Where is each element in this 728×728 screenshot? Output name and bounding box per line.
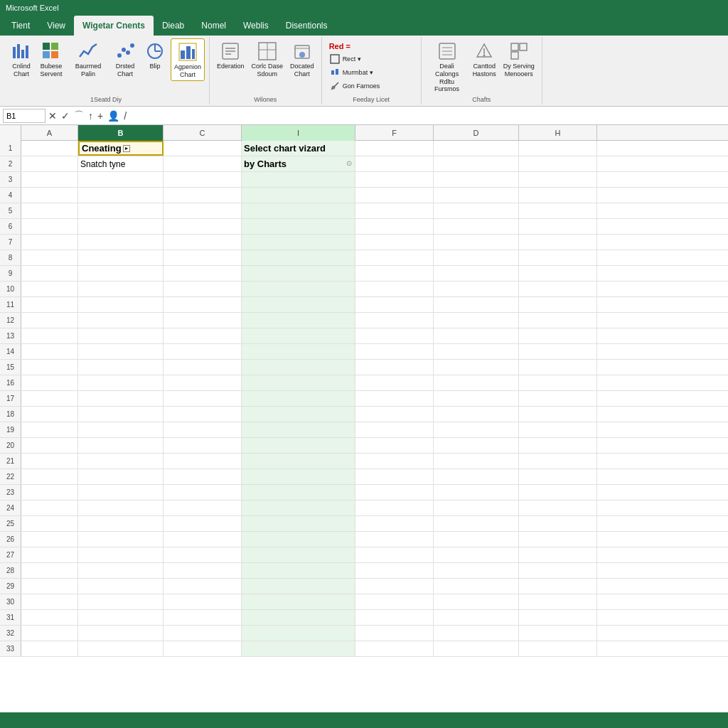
formula-cancel-icon[interactable]: ✕ [48,110,57,122]
cell-b24[interactable] [78,500,164,515]
cell-d21[interactable] [434,454,519,469]
cell-d24[interactable] [434,500,519,515]
tab-dieab[interactable]: Dieab [154,16,193,36]
cell-a18[interactable] [21,407,78,422]
cell-b28[interactable] [78,563,164,578]
cell-b9[interactable] [78,266,164,281]
cell-i6[interactable] [242,219,355,234]
cell-c24[interactable] [164,500,242,515]
formula-plus-icon[interactable]: + [97,110,103,122]
cell-b1-arrow[interactable]: ▸ [123,145,130,152]
cell-c27[interactable] [164,547,242,562]
cell-c18[interactable] [164,407,242,422]
cell-f2[interactable] [355,156,434,171]
cell-f11[interactable] [355,297,434,312]
cell-a12[interactable] [21,313,78,328]
cell-b26[interactable] [78,532,164,547]
cell-d26[interactable] [434,532,519,547]
cell-f16[interactable] [355,375,434,390]
cell-b11[interactable] [78,297,164,312]
cell-h26[interactable] [519,532,597,547]
cell-h3[interactable] [519,172,597,187]
ribbon-btn-corlc[interactable]: Corlc DaseSdoum [249,38,287,80]
cell-i21[interactable] [242,454,355,469]
ribbon-btn-gon-farnoes[interactable]: Gon Farnoes [326,80,417,92]
cell-a24[interactable] [21,500,78,515]
cell-f29[interactable] [355,579,434,594]
cell-a11[interactable] [21,297,78,312]
cell-a2[interactable] [21,156,78,171]
cell-b21[interactable] [78,454,164,469]
cell-f20[interactable] [355,438,434,453]
cell-a33[interactable] [21,641,78,656]
cell-a3[interactable] [21,172,78,187]
col-header-b[interactable]: B [78,125,164,141]
cell-b18[interactable] [78,407,164,422]
cell-f18[interactable] [355,407,434,422]
cell-f30[interactable] [355,594,434,609]
ribbon-btn-drsted[interactable]: DrstedChart [111,38,139,80]
cell-b33[interactable] [78,641,164,656]
cell-d6[interactable] [434,219,519,234]
cell-d8[interactable] [434,250,519,265]
cell-a6[interactable] [21,219,78,234]
ribbon-btn-docated[interactable]: DocatedChart [287,38,317,80]
cell-h30[interactable] [519,594,597,609]
cell-d16[interactable] [434,375,519,390]
cell-b4[interactable] [78,188,164,203]
cell-c21[interactable] [164,454,242,469]
cell-i1[interactable]: Select chart vizard [242,141,355,156]
cell-c6[interactable] [164,219,242,234]
cell-c16[interactable] [164,375,242,390]
cell-d27[interactable] [434,547,519,562]
cell-c30[interactable] [164,594,242,609]
cell-i16[interactable] [242,375,355,390]
ribbon-btn-bubese[interactable]: BubeseServent [37,38,65,80]
cell-i9[interactable] [242,266,355,281]
cell-c31[interactable] [164,610,242,625]
cell-h24[interactable] [519,500,597,515]
cell-b32[interactable] [78,626,164,641]
cell-d18[interactable] [434,407,519,422]
cell-f1[interactable] [355,141,434,156]
cell-a25[interactable] [21,516,78,531]
cell-d30[interactable] [434,594,519,609]
cell-b2[interactable]: Snatch tyne [78,156,164,171]
cell-f4[interactable] [355,188,434,203]
cell-f12[interactable] [355,313,434,328]
cell-i3[interactable] [242,172,355,187]
cell-d20[interactable] [434,438,519,453]
cell-b30[interactable] [78,594,164,609]
cell-i8[interactable] [242,250,355,265]
cell-b31[interactable] [78,610,164,625]
cell-h21[interactable] [519,454,597,469]
cell-a21[interactable] [21,454,78,469]
cell-a31[interactable] [21,610,78,625]
cell-a23[interactable] [21,485,78,500]
cell-h16[interactable] [519,375,597,390]
cell-f25[interactable] [355,516,434,531]
cell-a1[interactable] [21,141,78,156]
cell-h4[interactable] [519,188,597,203]
cell-c32[interactable] [164,626,242,641]
cell-f13[interactable] [355,328,434,343]
cell-i12[interactable] [242,313,355,328]
cell-a17[interactable] [21,391,78,406]
cell-f6[interactable] [355,219,434,234]
cell-f33[interactable] [355,641,434,656]
cell-b16[interactable] [78,375,164,390]
cell-b14[interactable] [78,344,164,359]
cell-c9[interactable] [164,266,242,281]
cell-c7[interactable] [164,235,242,250]
cell-a7[interactable] [21,235,78,250]
cell-b7[interactable] [78,235,164,250]
cell-i25[interactable] [242,516,355,531]
cell-f23[interactable] [355,485,434,500]
cell-a29[interactable] [21,579,78,594]
cell-h11[interactable] [519,297,597,312]
col-header-f[interactable]: F [355,125,434,141]
cell-f5[interactable] [355,203,434,218]
cell-h17[interactable] [519,391,597,406]
cell-c5[interactable] [164,203,242,218]
cell-i28[interactable] [242,563,355,578]
